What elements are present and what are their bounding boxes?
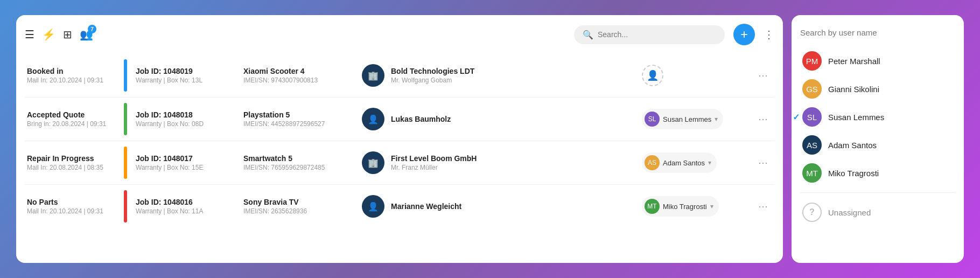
customer-person: Mr. Wolfgang Gobam (391, 77, 474, 84)
customer-col: 👤 Marianne Wegleicht (362, 195, 642, 218)
more-options-button[interactable]: ⋮ (764, 28, 774, 41)
job-col: Job ID: 1048016 Warranty | Box No: 11A (136, 198, 243, 215)
assignee-pill[interactable]: SL Susan Lemmes ▾ (642, 109, 723, 129)
device-col: Playstation 5 IMEI/SN: 445288972596527 (243, 110, 362, 128)
assignee-col: MT Miko Tragrosti ▾ (642, 196, 750, 217)
status-label: Repair In Progress (27, 154, 120, 163)
table-row: Repair In Progress Mail In: 20.08.2024 |… (25, 141, 774, 185)
assignee-avatar: MT (645, 199, 660, 214)
customer-info: First Level Boom GmbHMr. Franz Müller (391, 154, 477, 171)
job-col: Job ID: 1048017 Warranty | Box No: 15E (136, 154, 243, 171)
status-date: Mail In: 20.10.2024 | 09:31 (27, 77, 120, 84)
badge-container: 👥 7 (80, 28, 93, 41)
status-bar (124, 59, 127, 92)
customer-col: 🏢 First Level Boom GmbHMr. Franz Müller (362, 151, 642, 174)
assignee-name: Miko Tragrosti (663, 203, 707, 211)
user-avatar: PM (802, 51, 822, 71)
user-list-item[interactable]: AS Adam Santos (800, 131, 955, 159)
user-search-input[interactable] (800, 26, 955, 39)
badge-count: 7 (88, 25, 96, 33)
user-name: Adam Santos (828, 141, 877, 150)
user-list-item[interactable]: PM Peter Marshall (800, 47, 955, 75)
chevron-down-icon: ▾ (710, 203, 713, 210)
customer-name: First Level Boom GmbH (391, 154, 477, 163)
row-more-button[interactable]: ⋯ (754, 111, 772, 127)
device-name: Sony Bravia TV (243, 198, 358, 206)
customer-info: Lukas Baumholz (391, 115, 451, 123)
company-icon: 🏢 (362, 151, 384, 174)
assignee-name: Adam Santos (663, 159, 705, 167)
chevron-down-icon: ▾ (715, 115, 718, 123)
job-id: Job ID: 1048019 (136, 67, 239, 75)
customer-col: 👤 Lukas Baumholz (362, 108, 642, 130)
check-mark-icon: ✓ (793, 112, 800, 122)
status-bar (124, 190, 127, 223)
customer-name: Marianne Wegleicht (391, 202, 461, 211)
company-icon: 🏢 (362, 64, 384, 87)
unassigned-avatar: ? (802, 203, 822, 222)
job-id: Job ID: 1048018 (136, 110, 239, 119)
user-list: PM Peter Marshall GS Gianni Sikolini ✓ S… (800, 47, 955, 187)
assignee-col: SL Susan Lemmes ▾ (642, 109, 750, 129)
table-row: No Parts Mail In: 20.10.2024 | 09:31 Job… (25, 185, 774, 228)
device-name: Smartwatch 5 (243, 154, 358, 163)
toolbar: ☰ ⚡ ⊞ 👥 7 🔍 + ⋮ (25, 24, 774, 45)
status-col: No Parts Mail In: 20.10.2024 | 09:31 (27, 198, 124, 215)
assignee-col: 👤 (642, 65, 750, 86)
user-list-item[interactable]: ✓ SL Susan Lemmes (800, 103, 955, 131)
user-list-item[interactable]: GS Gianni Sikolini (800, 75, 955, 103)
row-more-button[interactable]: ⋯ (754, 155, 772, 171)
job-col: Job ID: 1048019 Warranty | Box No: 13L (136, 67, 243, 84)
user-list-item[interactable]: MT Miko Tragrosti (800, 159, 955, 187)
assignee-name: Susan Lemmes (663, 115, 711, 123)
menu-icon[interactable]: ☰ (25, 28, 34, 41)
search-bar[interactable]: 🔍 (574, 25, 725, 44)
user-name: Peter Marshall (828, 57, 880, 66)
job-detail: Warranty | Box No: 13L (136, 77, 239, 84)
assignee-avatar: SL (645, 112, 660, 127)
user-name: Miko Tragrosti (828, 169, 879, 178)
table-row: Booked in Mail In: 20.10.2024 | 09:31 Jo… (25, 54, 774, 98)
user-avatar: GS (802, 79, 822, 99)
row-more-button[interactable]: ⋯ (754, 198, 772, 214)
user-panel: PM Peter Marshall GS Gianni Sikolini ✓ S… (792, 15, 964, 263)
device-imei: IMEI/SN: 2635628936 (243, 207, 358, 215)
chevron-down-icon: ▾ (708, 159, 711, 166)
status-label: Booked in (27, 67, 120, 75)
user-avatar: MT (802, 163, 822, 183)
device-imei: IMEI/SN: 445288972596527 (243, 120, 358, 128)
job-rows-container: Booked in Mail In: 20.10.2024 | 09:31 Jo… (25, 54, 774, 228)
job-id: Job ID: 1048017 (136, 154, 239, 163)
status-date: Mail In: 20.10.2024 | 09:31 (27, 207, 120, 215)
status-label: No Parts (27, 198, 120, 206)
user-name: Susan Lemmes (828, 113, 884, 122)
status-bar (124, 103, 127, 135)
status-bar (124, 147, 127, 179)
grid-icon[interactable]: ⊞ (63, 28, 72, 41)
assignee-pill[interactable]: MT Miko Tragrosti ▾ (642, 196, 719, 217)
status-date: Bring in: 20.08.2024 | 09:31 (27, 120, 120, 128)
device-col: Xiaomi Scooter 4 IMEI/SN: 9743007900813 (243, 67, 362, 84)
unassigned-item[interactable]: ? Unassigned (800, 198, 955, 226)
divider (800, 192, 955, 193)
job-col: Job ID: 1048018 Warranty | Box No: 08D (136, 110, 243, 128)
device-name: Xiaomi Scooter 4 (243, 67, 358, 75)
toolbar-left: ☰ ⚡ ⊞ 👥 7 (25, 28, 93, 41)
filter-icon[interactable]: ⚡ (42, 28, 55, 41)
job-detail: Warranty | Box No: 15E (136, 164, 239, 171)
assignee-pill[interactable]: AS Adam Santos ▾ (642, 152, 717, 173)
device-col: Smartwatch 5 IMEI/SN: 765959629872485 (243, 154, 362, 171)
row-more-button[interactable]: ⋯ (754, 67, 772, 84)
user-name: Gianni Sikolini (828, 85, 879, 94)
status-col: Accepted Quote Bring in: 20.08.2024 | 09… (27, 110, 124, 128)
add-button[interactable]: + (733, 24, 755, 45)
assign-placeholder[interactable]: 👤 (642, 65, 663, 86)
customer-col: 🏢 Bold Technologies LDTMr. Wolfgang Goba… (362, 64, 642, 87)
customer-person: Mr. Franz Müller (391, 164, 477, 171)
search-input[interactable] (598, 30, 716, 39)
customer-info: Marianne Wegleicht (391, 202, 461, 211)
job-detail: Warranty | Box No: 11A (136, 207, 239, 215)
assignee-col: AS Adam Santos ▾ (642, 152, 750, 173)
customer-info: Bold Technologies LDTMr. Wolfgang Gobam (391, 67, 474, 84)
device-imei: IMEI/SN: 9743007900813 (243, 77, 358, 84)
